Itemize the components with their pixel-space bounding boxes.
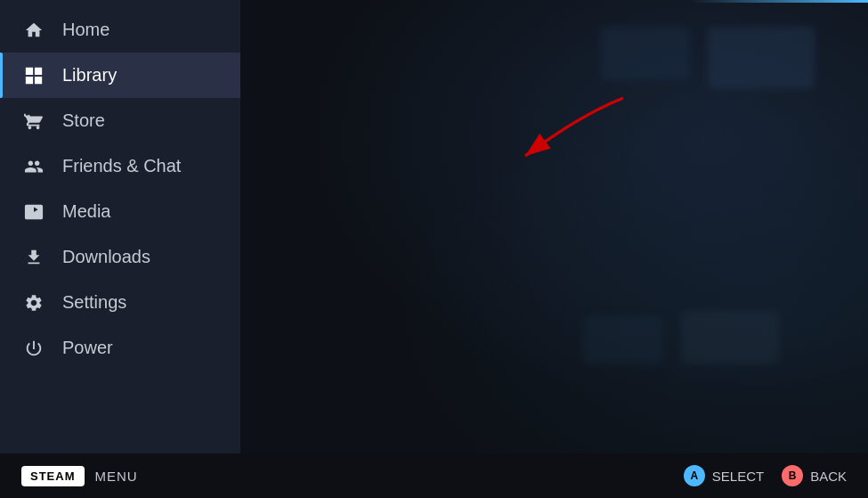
sidebar-item-power[interactable]: Power	[0, 325, 240, 371]
store-icon	[21, 111, 46, 131]
media-icon	[21, 202, 46, 222]
sidebar-item-label: Library	[62, 65, 117, 86]
home-icon	[21, 20, 46, 40]
sidebar-item-label: Store	[62, 110, 105, 131]
back-hint: B BACK	[782, 465, 847, 486]
select-hint: A SELECT	[684, 465, 764, 486]
sidebar-item-label: Home	[62, 20, 110, 40]
bottom-left-controls: STEAM MENU	[21, 466, 138, 486]
gear-icon	[21, 293, 46, 313]
friends-icon	[21, 157, 46, 176]
sidebar-item-label: Settings	[62, 292, 126, 313]
a-button: A	[684, 465, 705, 486]
b-button: B	[782, 465, 803, 486]
blurred-card-2	[601, 27, 690, 80]
sidebar-item-downloads[interactable]: Downloads	[0, 234, 240, 280]
sidebar-item-media[interactable]: Media	[0, 189, 240, 234]
menu-label: MENU	[95, 469, 138, 484]
back-label: BACK	[810, 469, 847, 484]
sidebar-item-label: Friends & Chat	[62, 156, 181, 176]
blurred-card-4	[583, 315, 663, 364]
download-icon	[21, 248, 46, 267]
library-icon	[21, 66, 46, 86]
sidebar-item-store[interactable]: Store	[0, 98, 240, 143]
sidebar-item-library[interactable]: Library	[0, 53, 240, 98]
steam-badge: STEAM	[21, 466, 85, 486]
blurred-card-3	[681, 311, 779, 364]
top-accent-bar	[690, 0, 868, 3]
power-icon	[21, 339, 46, 358]
sidebar-item-label: Downloads	[62, 247, 150, 267]
blurred-card-1	[708, 27, 815, 89]
sidebar-item-home[interactable]: Home	[0, 7, 240, 53]
sidebar: Home Library Store Friends & Chat	[0, 0, 240, 453]
sidebar-item-settings[interactable]: Settings	[0, 280, 240, 325]
bottom-right-controls: A SELECT B BACK	[684, 465, 847, 486]
content-area	[240, 0, 868, 453]
sidebar-item-friends-chat[interactable]: Friends & Chat	[0, 143, 240, 189]
bottom-bar: STEAM MENU A SELECT B BACK	[0, 453, 868, 498]
sidebar-item-label: Media	[62, 201, 110, 222]
sidebar-item-label: Power	[62, 338, 113, 358]
select-label: SELECT	[712, 469, 764, 484]
